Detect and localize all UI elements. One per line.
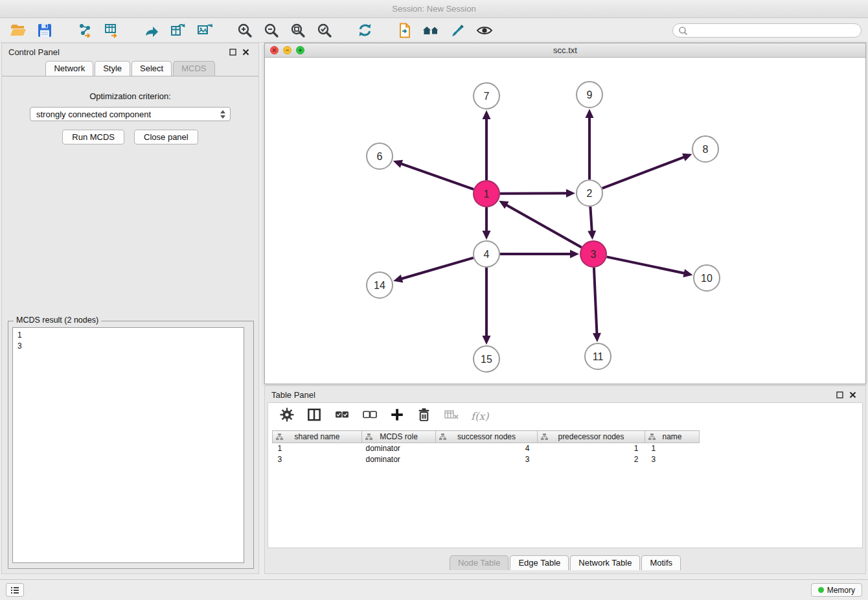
- tab-motifs[interactable]: Motifs: [641, 555, 681, 570]
- eye-icon: [476, 22, 493, 39]
- close-table-panel-button[interactable]: [846, 389, 859, 400]
- graph-node-10[interactable]: 10: [694, 265, 720, 291]
- tab-network-table[interactable]: Network Table: [570, 555, 640, 570]
- checked-boxes-icon: [334, 406, 350, 423]
- open-folder-icon: [10, 22, 27, 39]
- graph-edge-arrow: [683, 269, 692, 277]
- column-tree-icon: [276, 433, 283, 441]
- graph-edge-3-11[interactable]: [594, 268, 597, 334]
- export-image-button[interactable]: [193, 21, 216, 40]
- network-canvas[interactable]: 7968124314101511: [265, 58, 865, 384]
- close-panel-button[interactable]: [239, 46, 252, 58]
- graph-node-9[interactable]: 9: [577, 82, 602, 108]
- mcds-result-line: 1: [17, 330, 239, 341]
- graph-node-4[interactable]: 4: [474, 241, 499, 267]
- zoom-in-button[interactable]: [233, 21, 257, 40]
- window-zoom-button[interactable]: [296, 46, 304, 54]
- style-brush-button[interactable]: [446, 21, 470, 40]
- import-table-icon: [103, 22, 120, 39]
- gear-icon: [279, 406, 295, 423]
- svg-text:2: 2: [587, 188, 593, 199]
- graph-node-8[interactable]: 8: [692, 136, 718, 162]
- mcds-result-title: MCDS result (2 nodes): [14, 316, 101, 325]
- save-session-button[interactable]: [33, 21, 56, 40]
- table-settings-button[interactable]: [279, 406, 295, 426]
- refresh-view-button[interactable]: [353, 21, 376, 40]
- graph-edge-arrow: [570, 250, 579, 259]
- graph-node-14[interactable]: 14: [367, 272, 393, 298]
- graph-edge-arrow: [393, 275, 403, 283]
- window-close-button[interactable]: [270, 46, 279, 54]
- column-header-successor-nodes[interactable]: successor nodes: [436, 431, 538, 443]
- criterion-select[interactable]: strongly connected component: [30, 107, 231, 121]
- graph-edge-arrow: [682, 154, 692, 161]
- graph-node-15[interactable]: 15: [474, 346, 499, 372]
- float-window-icon: [836, 391, 843, 398]
- run-mcds-button[interactable]: Run MCDS: [62, 130, 124, 144]
- delete-column-button[interactable]: [416, 407, 432, 426]
- show-columns-button[interactable]: [306, 407, 323, 426]
- float-panel-button[interactable]: [226, 46, 239, 58]
- close-panel-action-button[interactable]: Close panel: [134, 130, 198, 144]
- node-table-row[interactable]: 1dominator411: [273, 443, 700, 454]
- svg-text:6: 6: [377, 151, 383, 162]
- graph-node-6[interactable]: 6: [367, 143, 393, 169]
- graph-edge-2-8[interactable]: [602, 157, 685, 188]
- graph-edge-3-1[interactable]: [506, 205, 581, 248]
- tab-mcds[interactable]: MCDS: [173, 61, 214, 76]
- global-search[interactable]: [672, 23, 862, 38]
- tab-style[interactable]: Style: [95, 61, 130, 76]
- graph-node-1[interactable]: 1: [474, 181, 499, 207]
- copy-style-button[interactable]: [393, 21, 417, 40]
- graph-edge-arrow: [593, 333, 601, 342]
- double-home-icon: [422, 22, 440, 39]
- zoom-out-button[interactable]: [260, 21, 283, 40]
- column-header-name[interactable]: name: [645, 431, 700, 443]
- zoom-selected-button[interactable]: [313, 21, 336, 40]
- column-header-MCDS-role[interactable]: MCDS role: [362, 431, 436, 443]
- open-session-button[interactable]: [6, 21, 30, 40]
- graph-node-11[interactable]: 11: [585, 343, 611, 369]
- create-column-button[interactable]: [389, 407, 405, 425]
- task-history-button[interactable]: [6, 583, 24, 597]
- graph-node-3[interactable]: 3: [580, 241, 606, 267]
- graph-node-7[interactable]: 7: [474, 83, 499, 109]
- column-tree-icon: [365, 433, 372, 441]
- select-all-columns-button[interactable]: [334, 406, 350, 426]
- home-layout-button[interactable]: [420, 21, 443, 40]
- unselect-all-columns-button[interactable]: [361, 406, 378, 426]
- export-table-button[interactable]: [166, 21, 190, 40]
- graph-edge-1-6[interactable]: [401, 164, 474, 189]
- column-header-shared-name[interactable]: shared name: [273, 431, 362, 443]
- export-network-button[interactable]: [140, 21, 163, 40]
- table-panel-content: f(x) shared nameMCDS rolesuccessor nodes…: [268, 402, 863, 548]
- graph-node-2[interactable]: 2: [577, 180, 602, 206]
- graph-edge-1-2[interactable]: [500, 193, 567, 194]
- import-table-button[interactable]: [100, 21, 123, 40]
- node-table-row[interactable]: 3dominator323: [273, 454, 700, 465]
- tab-select[interactable]: Select: [131, 61, 172, 76]
- network-window-titlebar: scc.txt: [265, 43, 865, 58]
- window-minimize-button[interactable]: [283, 46, 291, 54]
- control-panel-header: Control Panel: [2, 43, 258, 60]
- zoom-fit-button[interactable]: [286, 21, 310, 40]
- column-header-predecessor-nodes[interactable]: predecessor nodes: [538, 431, 645, 443]
- graph-edge-2-3[interactable]: [590, 207, 591, 231]
- graph-edge-4-14[interactable]: [402, 258, 474, 279]
- search-input[interactable]: [691, 26, 856, 35]
- memory-button[interactable]: Memory: [811, 583, 862, 597]
- graph-edge-arrow: [393, 160, 403, 168]
- function-builder-button[interactable]: f(x): [471, 410, 488, 422]
- node-table-header-row: shared nameMCDS rolesuccessor nodesprede…: [273, 431, 700, 443]
- import-network-button[interactable]: [73, 21, 97, 40]
- select-arrows-icon: [220, 110, 226, 119]
- graph-edge-3-10[interactable]: [607, 257, 685, 273]
- float-table-panel-button[interactable]: [833, 389, 846, 400]
- delete-table-button[interactable]: [443, 406, 460, 426]
- tab-edge-table[interactable]: Edge Table: [510, 555, 569, 570]
- tab-network[interactable]: Network: [45, 61, 93, 76]
- show-hide-button[interactable]: [473, 21, 496, 40]
- export-table-icon: [170, 22, 187, 39]
- tab-node-table[interactable]: Node Table: [450, 555, 509, 570]
- mcds-result-area[interactable]: 13: [12, 327, 244, 563]
